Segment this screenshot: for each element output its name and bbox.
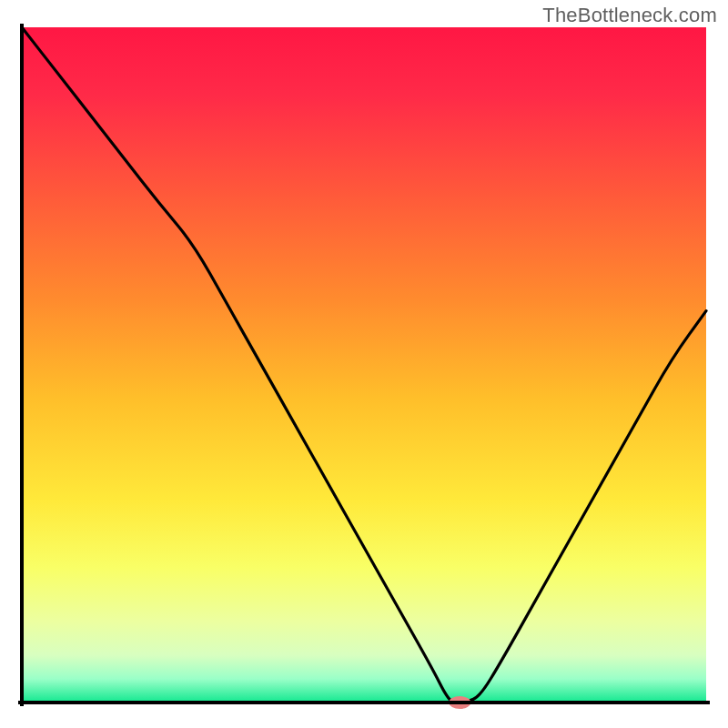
- plot-area: [20, 25, 708, 709]
- bottleneck-chart: TheBottleneck.com: [0, 0, 728, 728]
- watermark-label: TheBottleneck.com: [542, 4, 717, 27]
- gradient-background: [22, 27, 706, 703]
- chart-svg: [0, 0, 728, 728]
